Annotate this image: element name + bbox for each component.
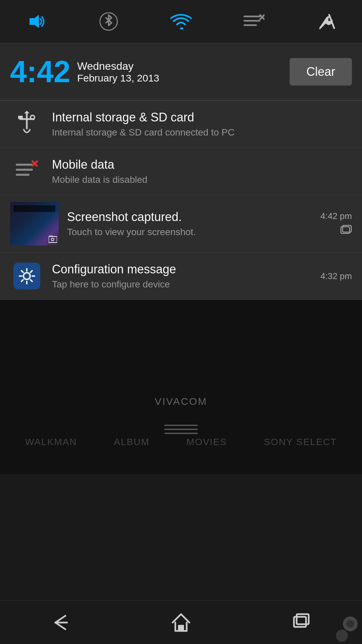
bg-app-album: Album (114, 437, 149, 447)
signal-icon (240, 8, 267, 35)
notif-time-config: 4:32 pm (320, 271, 352, 281)
notif-title-usb: Internal storage & SD card (52, 110, 352, 124)
svg-rect-18 (49, 236, 57, 243)
status-bar (0, 0, 362, 44)
date-text: February 13, 2013 (77, 72, 159, 84)
notif-meta-screenshot: 4:42 pm (320, 211, 352, 236)
home-button[interactable] (161, 609, 201, 636)
svg-point-11 (31, 115, 35, 119)
wrench-icon (312, 8, 339, 35)
mobile-data-icon (10, 155, 44, 188)
date-section: Wednesday February 13, 2013 (77, 60, 159, 84)
expand-icon-screenshot (340, 225, 352, 236)
usb-icon (10, 107, 44, 141)
notification-header: 4:42 Wednesday February 13, 2013 Clear (0, 44, 362, 101)
notif-title-mobile-data: Mobile data (52, 158, 352, 172)
notif-title-screenshot: Screenshot captured. (67, 210, 320, 224)
back-button[interactable] (40, 609, 80, 636)
svg-point-27 (346, 620, 354, 628)
menu-dots (164, 425, 198, 434)
notif-body-mobile-data: Mobile data is disabled (52, 174, 352, 185)
svg-rect-24 (294, 617, 306, 627)
notifications-panel: Internal storage & SD card Internal stor… (0, 101, 362, 300)
watermark (332, 615, 359, 642)
notification-item-screenshot[interactable]: Screenshot captured. Touch to view your … (0, 195, 362, 253)
time-display: 4:42 (10, 57, 70, 87)
bg-app-walkman: WALKMAN (25, 437, 77, 447)
svg-rect-25 (297, 614, 309, 624)
bg-app-sony: Sony Select (264, 437, 337, 447)
notif-body-usb: Internal storage & SD card connected to … (52, 127, 352, 138)
svg-marker-12 (24, 111, 29, 113)
notif-content-config: Configuration message Tap here to config… (52, 262, 320, 290)
volume-icon (23, 8, 50, 35)
recents-button[interactable] (282, 609, 322, 636)
background-area: WALKMAN Album Movies Sony Select VIVACOM (0, 300, 362, 474)
notification-item-mobile-data[interactable]: Mobile data Mobile data is disabled (0, 148, 362, 195)
svg-point-22 (23, 273, 30, 279)
svg-rect-23 (178, 625, 184, 631)
gear-icon (13, 263, 40, 289)
bg-app-row: WALKMAN Album Movies Sony Select (0, 437, 362, 447)
notif-content-screenshot: Screenshot captured. Touch to view your … (67, 210, 320, 237)
notif-body-config: Tap here to configure device (52, 279, 320, 290)
bluetooth-icon (95, 8, 122, 35)
notification-item-usb[interactable]: Internal storage & SD card Internal stor… (0, 101, 362, 148)
clear-button[interactable]: Clear (290, 58, 352, 86)
screenshot-thumbnail (10, 202, 59, 246)
svg-point-19 (51, 238, 54, 241)
svg-marker-0 (29, 15, 39, 28)
notif-meta-config: 4:32 pm (320, 271, 352, 281)
svg-point-28 (336, 630, 348, 642)
config-icon (10, 259, 44, 293)
notif-content-mobile-data: Mobile data Mobile data is disabled (52, 158, 352, 185)
bg-app-movies: Movies (186, 437, 227, 447)
notification-item-config[interactable]: Configuration message Tap here to config… (0, 253, 362, 300)
notif-body-screenshot: Touch to view your screenshot. (67, 227, 320, 237)
day-text: Wednesday (77, 60, 159, 72)
time-section: 4:42 Wednesday February 13, 2013 (10, 57, 159, 87)
notif-time-screenshot: 4:42 pm (320, 211, 352, 221)
carrier-text: VIVACOM (155, 396, 207, 407)
notif-content-usb: Internal storage & SD card Internal stor… (52, 110, 352, 138)
wifi-icon (168, 8, 194, 35)
notif-title-config: Configuration message (52, 262, 320, 276)
svg-rect-10 (18, 116, 23, 119)
nav-bar (0, 600, 362, 644)
